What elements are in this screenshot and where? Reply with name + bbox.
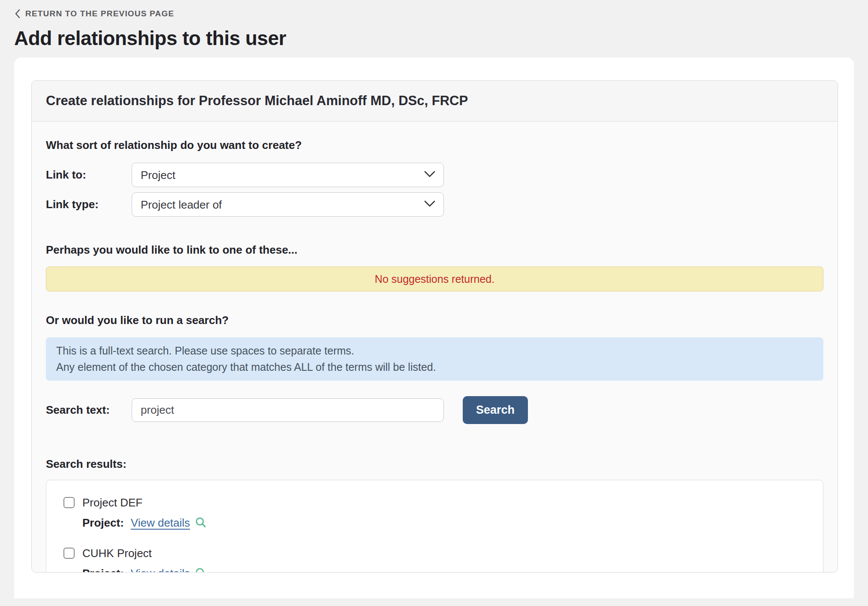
search-result-row: Project DEF Project: View details [63,496,806,530]
result-checkbox-cuhk-project[interactable] [63,548,75,559]
link-to-label: Link to: [46,168,132,182]
page-title: Add relationships to this user [14,26,854,51]
result-name: Project DEF [82,496,142,509]
result-type-label: Project: [82,566,124,573]
content-panel: Create relationships for Professor Micha… [14,58,854,598]
link-type-select[interactable]: Project leader of [132,192,444,217]
result-name: CUHK Project [82,546,152,560]
return-to-previous-page-link[interactable]: RETURN TO THE PREVIOUS PAGE [14,9,174,19]
create-relationships-card: Create relationships for Professor Micha… [31,80,838,573]
result-detail: Project: View details [82,566,806,573]
search-results-heading: Search results: [46,458,823,470]
relationship-form: Link to: Project Link type: [46,163,823,217]
link-type-row: Link type: Project leader of [46,192,823,217]
view-details-link[interactable]: View details [131,566,207,573]
search-row: Search text: Search [46,396,823,424]
link-to-row: Link to: Project [46,163,823,187]
search-result-row: CUHK Project Project: View details [63,546,806,573]
search-info-box: This is a full-text search. Please use s… [46,337,823,381]
search-text-input[interactable] [132,398,444,422]
search-text-label: Search text: [46,403,132,417]
chevron-left-icon [14,9,21,19]
link-to-select[interactable]: Project [132,163,444,187]
search-results-panel: Project DEF Project: View details [46,480,823,573]
relationship-heading: What sort of relationship do you want to… [46,139,823,152]
result-detail: Project: View details [82,515,806,530]
suggestions-heading: Perhaps you would like to link to one of… [46,243,823,256]
result-type-label: Project: [82,515,124,530]
no-suggestions-message: No suggestions returned. [375,273,494,285]
card-header: Create relationships for Professor Micha… [32,81,838,121]
card-body: What sort of relationship do you want to… [32,139,838,573]
view-details-link[interactable]: View details [131,515,207,530]
result-checkbox-project-def[interactable] [63,497,75,508]
magnifier-icon [194,516,207,529]
search-button[interactable]: Search [463,396,528,424]
search-heading: Or would you like to run a search? [46,314,823,327]
magnifier-icon [194,567,207,573]
search-info-line1: This is a full-text search. Please use s… [56,343,813,359]
back-link-label: RETURN TO THE PREVIOUS PAGE [25,9,174,18]
search-info-line2: Any element of the chosen category that … [56,359,813,376]
no-suggestions-alert: No suggestions returned. [46,267,823,291]
link-type-label: Link type: [46,198,132,211]
